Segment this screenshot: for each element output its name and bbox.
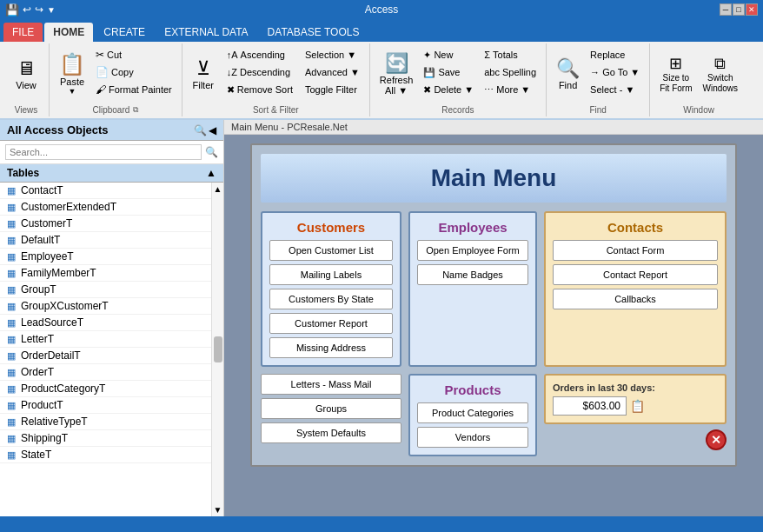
- nav-item[interactable]: ▦ ContactT: [0, 183, 211, 199]
- filter-button[interactable]: ⊻ Filter: [188, 45, 219, 103]
- system-defaults-button[interactable]: System Defaults: [261, 422, 401, 443]
- nav-item[interactable]: ▦ GroupT: [0, 282, 211, 298]
- ribbon-group-clipboard: 📋 Paste ▼ ✂Cut 📄Copy 🖌Format Painter Cli…: [50, 43, 182, 116]
- remove-sort-button[interactable]: ✖Remove Sort: [222, 82, 297, 97]
- orders-value-input[interactable]: [553, 396, 627, 416]
- ribbon-group-records: 🔄 Refresh All ▼ ✦ New 💾 Save ✖ Delete ▼ …: [370, 43, 547, 116]
- close-btn[interactable]: ✕: [746, 3, 758, 16]
- nav-search-input[interactable]: [5, 144, 202, 160]
- new-record-button[interactable]: ✦ New: [419, 47, 478, 63]
- replace-button[interactable]: Replace: [586, 47, 644, 63]
- customers-by-state-button[interactable]: Customers By State: [269, 289, 393, 309]
- contacts-title: Contacts: [553, 220, 718, 235]
- refresh-all-button[interactable]: 🔄 Refresh All ▼: [375, 45, 418, 103]
- copy-button[interactable]: 📄Copy: [91, 64, 176, 80]
- nav-item[interactable]: ▦ ShippingT: [0, 430, 211, 447]
- save-qa-icon[interactable]: 💾: [5, 3, 19, 17]
- descending-button[interactable]: ↓ZDescending: [222, 64, 297, 80]
- scrollbar-down-icon[interactable]: ▼: [214, 505, 222, 515]
- selection-button[interactable]: Selection ▼: [301, 47, 364, 63]
- nav-item[interactable]: ▦ LeadSourceT: [0, 315, 211, 331]
- orders-copy-icon[interactable]: 📋: [630, 399, 645, 413]
- save-button[interactable]: 💾 Save: [419, 64, 478, 80]
- orders-label: Orders in last 30 days:: [553, 382, 718, 393]
- product-categories-button[interactable]: Product Categories: [417, 402, 528, 423]
- main-menu-form: Main Menu Customers Open Customer List M…: [250, 143, 737, 467]
- groups-button[interactable]: Groups: [261, 398, 401, 419]
- products-title: Products: [417, 382, 528, 397]
- goto-button[interactable]: → Go To ▼: [586, 64, 644, 80]
- totals-button[interactable]: Σ Totals: [480, 47, 541, 63]
- orders-close-column: Orders in last 30 days: 📋 ✕: [544, 374, 727, 450]
- select-button[interactable]: Select - ▼: [586, 82, 644, 97]
- open-customer-list-button[interactable]: Open Customer List: [269, 240, 393, 261]
- ascending-button[interactable]: ↑AAscending: [222, 47, 297, 63]
- name-badges-button[interactable]: Name Badges: [417, 264, 528, 285]
- customize-qa-icon[interactable]: ▼: [47, 5, 56, 15]
- nav-section-label: Tables: [7, 167, 39, 179]
- nav-item[interactable]: ▦ StateT: [0, 447, 211, 463]
- nav-item[interactable]: ▦ CustomerT: [0, 216, 211, 232]
- contact-report-button[interactable]: Contact Report: [553, 264, 718, 285]
- undo-qa-icon[interactable]: ↩: [23, 3, 31, 16]
- nav-header[interactable]: All Access Objects 🔍 ◀: [0, 120, 223, 141]
- ribbon-group-views: 🖥 View Views: [3, 43, 50, 116]
- form-titlebar-text: Main Menu - PCResale.Net: [231, 122, 348, 132]
- paste-button[interactable]: 📋 Paste ▼: [55, 45, 90, 103]
- switch-windows-button[interactable]: ⧉ SwitchWindows: [698, 45, 742, 103]
- open-employee-form-button[interactable]: Open Employee Form: [417, 240, 528, 261]
- nav-item[interactable]: ▦ ProductT: [0, 397, 211, 414]
- nav-search-submit-icon[interactable]: 🔍: [205, 146, 218, 158]
- nav-section-header[interactable]: Tables ▲: [0, 164, 223, 183]
- find-button[interactable]: 🔍 Find: [552, 45, 584, 103]
- scrollbar-up-icon[interactable]: ▲: [214, 184, 222, 194]
- nav-item[interactable]: ▦ RelativeTypeT: [0, 414, 211, 430]
- nav-item[interactable]: ▦ FamilyMemberT: [0, 265, 211, 282]
- nav-item[interactable]: ▦ ProductCategoryT: [0, 381, 211, 397]
- maximize-btn[interactable]: □: [733, 3, 745, 16]
- nav-section-toggle-icon[interactable]: ▲: [206, 167, 216, 179]
- scrollbar-thumb[interactable]: [214, 336, 222, 362]
- nav-item[interactable]: ▦ CustomerExtendedT: [0, 199, 211, 216]
- customer-report-button[interactable]: Customer Report: [269, 313, 393, 334]
- redo-qa-icon[interactable]: ↪: [35, 3, 43, 16]
- more-button[interactable]: ⋯ More ▼: [480, 82, 541, 97]
- employees-title: Employees: [417, 220, 528, 235]
- main-menu-heading: Main Menu: [271, 164, 716, 192]
- mailing-labels-button[interactable]: Mailing Labels: [269, 264, 393, 285]
- format-painter-button[interactable]: 🖌Format Painter: [91, 82, 176, 97]
- nav-title: All Access Objects: [7, 123, 109, 136]
- employees-column: Employees Open Employee Form Name Badges: [408, 211, 537, 367]
- view-button[interactable]: 🖥 View: [9, 55, 43, 93]
- nav-items-list: ▦ ContactT ▦ CustomerExtendedT ▦ Custome…: [0, 183, 223, 516]
- toggle-filter-button[interactable]: Toggle Filter: [301, 82, 364, 97]
- clipboard-expand-icon[interactable]: ⧉: [133, 105, 138, 115]
- nav-collapse-icon[interactable]: ◀: [209, 124, 216, 136]
- delete-button[interactable]: ✖ Delete ▼: [419, 82, 478, 97]
- nav-item[interactable]: ▦ OrderT: [0, 364, 211, 381]
- tab-external-data[interactable]: EXTERNAL DATA: [156, 23, 256, 42]
- callbacks-button[interactable]: Callbacks: [553, 289, 718, 309]
- nav-item[interactable]: ▦ EmployeeT: [0, 249, 211, 265]
- cut-button[interactable]: ✂Cut: [91, 47, 176, 63]
- tab-create[interactable]: CREATE: [95, 23, 154, 42]
- nav-item[interactable]: ▦ OrderDetailT: [0, 348, 211, 364]
- customers-title: Customers: [269, 220, 393, 235]
- nav-item[interactable]: ▦ DefaultT: [0, 232, 211, 249]
- advanced-button[interactable]: Advanced ▼: [301, 64, 364, 80]
- close-form-button[interactable]: ✕: [706, 429, 727, 450]
- nav-item[interactable]: ▦ LetterT: [0, 331, 211, 348]
- missing-address-button[interactable]: Missing Address: [269, 337, 393, 358]
- letters-mass-mail-button[interactable]: Letters - Mass Mail: [261, 374, 401, 395]
- spelling-button[interactable]: abc Spelling: [480, 64, 541, 80]
- contact-form-button[interactable]: Contact Form: [553, 240, 718, 261]
- vendors-button[interactable]: Vendors: [417, 427, 528, 448]
- tab-database-tools[interactable]: DATABASE TOOLS: [259, 23, 368, 42]
- nav-item[interactable]: ▦ GroupXCustomerT: [0, 298, 211, 315]
- customers-column: Customers Open Customer List Mailing Lab…: [261, 211, 401, 367]
- tab-home[interactable]: HOME: [44, 23, 93, 42]
- size-to-fit-button[interactable]: ⊞ Size toFit Form: [655, 45, 696, 103]
- nav-search-icon[interactable]: 🔍: [194, 124, 207, 136]
- minimize-btn[interactable]: ─: [720, 3, 732, 16]
- tab-file[interactable]: FILE: [3, 23, 43, 42]
